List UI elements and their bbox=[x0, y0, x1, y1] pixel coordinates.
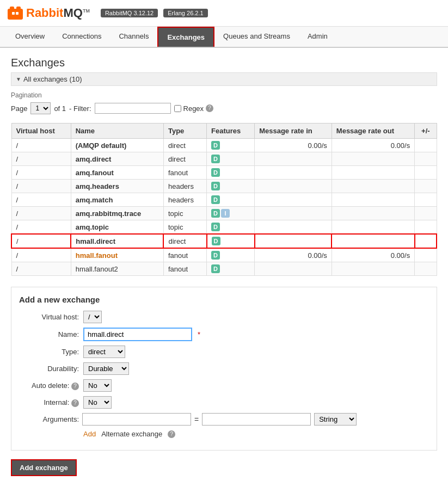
top-header: RabbitMQTM RabbitMQ 3.12.12 Erlang 26.2.… bbox=[0, 0, 448, 27]
internal-select[interactable]: No Yes bbox=[83, 396, 112, 409]
row-vhost: / bbox=[11, 139, 71, 152]
row-rate-out bbox=[332, 152, 414, 166]
row-type: topic bbox=[163, 207, 206, 220]
add-arg-link[interactable]: Add bbox=[83, 430, 96, 438]
row-rate-in bbox=[255, 166, 332, 180]
table-row: /amq.fanoutfanoutD bbox=[11, 166, 437, 180]
svg-rect-3 bbox=[12, 12, 15, 15]
row-vhost: / bbox=[11, 207, 71, 220]
of-text: of 1 bbox=[54, 104, 66, 113]
regex-text: Regex bbox=[183, 104, 204, 113]
vhost-label: Virtual host: bbox=[19, 313, 79, 321]
add-exchange-title: Add a new exchange bbox=[19, 295, 429, 304]
durability-label: Durability: bbox=[19, 365, 79, 373]
row-name: hmall.fanout2 bbox=[71, 262, 163, 276]
row-type: topic bbox=[163, 220, 206, 235]
add-exchange-button[interactable]: Add exchange bbox=[11, 459, 77, 476]
table-row: /amq.topictopicD bbox=[11, 220, 437, 235]
row-name: amq.match bbox=[71, 193, 163, 207]
row-rate-in bbox=[255, 180, 332, 193]
row-rate-in bbox=[255, 152, 332, 166]
table-row: /amq.headersheadersD bbox=[11, 180, 437, 193]
add-exchange-section: Add a new exchange Virtual host: / Name:… bbox=[11, 287, 437, 451]
exchanges-table: Virtual host Name Type Features Message … bbox=[11, 123, 437, 276]
row-name: amq.direct bbox=[71, 152, 163, 166]
erlang-version: Erlang 26.2.1 bbox=[163, 9, 207, 17]
regex-label: Regex ? bbox=[174, 104, 214, 113]
row-features: D bbox=[207, 152, 255, 166]
logo-area: RabbitMQTM bbox=[7, 4, 90, 22]
all-exchanges-label: All exchanges (10) bbox=[23, 75, 82, 83]
th-name: Name bbox=[71, 124, 163, 139]
table-row: /amq.directdirectD bbox=[11, 152, 437, 166]
internal-label: Internal: ? bbox=[19, 398, 79, 407]
row-rate-out bbox=[332, 180, 414, 193]
nav-queues[interactable]: Queues and Streams bbox=[214, 27, 299, 47]
pagination-section: Pagination Page 1 of 1 - Filter: Regex ? bbox=[11, 91, 437, 114]
regex-help[interactable]: ? bbox=[206, 104, 213, 112]
autodelete-select[interactable]: No Yes bbox=[83, 379, 112, 392]
internal-help[interactable]: ? bbox=[71, 399, 79, 407]
name-input[interactable] bbox=[83, 328, 192, 341]
row-plus-minus bbox=[415, 262, 437, 276]
arguments-row: Arguments: = String Number Boolean List bbox=[19, 413, 429, 426]
row-rate-out bbox=[332, 220, 414, 235]
table-row: /hmall.directdirectD bbox=[11, 234, 437, 248]
row-plus-minus bbox=[415, 180, 437, 193]
regex-checkbox[interactable] bbox=[174, 105, 181, 112]
row-rate-in bbox=[255, 193, 332, 207]
svg-rect-1 bbox=[10, 7, 14, 12]
logo-tm: TM bbox=[83, 8, 90, 14]
alt-exchange-help[interactable]: ? bbox=[168, 430, 175, 438]
row-plus-minus bbox=[415, 193, 437, 207]
nav-overview[interactable]: Overview bbox=[7, 27, 53, 47]
nav-exchanges[interactable]: Exchanges bbox=[157, 27, 214, 47]
arguments-val-input[interactable] bbox=[202, 413, 311, 426]
table-row: /hmall.fanout2fanoutD bbox=[11, 262, 437, 276]
row-type: fanout bbox=[163, 166, 206, 180]
filter-input[interactable] bbox=[95, 103, 171, 114]
row-rate-out: 0.00/s bbox=[332, 139, 414, 152]
autodelete-help[interactable]: ? bbox=[71, 383, 79, 390]
row-rate-out bbox=[332, 166, 414, 180]
type-select[interactable]: direct fanout topic headers bbox=[83, 346, 125, 358]
row-features: D bbox=[207, 139, 255, 152]
th-vhost: Virtual host bbox=[11, 124, 71, 139]
vhost-select[interactable]: / bbox=[83, 311, 102, 323]
row-plus-minus bbox=[415, 152, 437, 166]
internal-row: Internal: ? No Yes bbox=[19, 396, 429, 409]
row-type: headers bbox=[163, 193, 206, 207]
all-exchanges-header[interactable]: ▼ All exchanges (10) bbox=[11, 72, 437, 86]
page-select[interactable]: 1 bbox=[30, 102, 51, 114]
row-name: amq.rabbitmq.trace bbox=[71, 207, 163, 220]
type-row: Type: direct fanout topic headers bbox=[19, 346, 429, 358]
nav-admin[interactable]: Admin bbox=[299, 27, 336, 47]
svg-rect-2 bbox=[16, 7, 21, 12]
row-plus-minus bbox=[415, 139, 437, 152]
row-name: hmall.direct bbox=[71, 234, 163, 248]
row-name[interactable]: hmall.fanout bbox=[71, 248, 163, 262]
name-label: Name: bbox=[19, 330, 79, 338]
row-features: D bbox=[207, 234, 255, 248]
row-name: amq.fanout bbox=[71, 166, 163, 180]
durability-select[interactable]: Durable Transient bbox=[83, 362, 129, 375]
page-title: Exchanges bbox=[11, 57, 437, 69]
arguments-type-select[interactable]: String Number Boolean List bbox=[314, 413, 357, 426]
nav-channels[interactable]: Channels bbox=[110, 27, 157, 47]
row-features: D bbox=[207, 180, 255, 193]
arguments-key-input[interactable] bbox=[82, 413, 191, 426]
nav-connections[interactable]: Connections bbox=[53, 27, 110, 47]
th-rate-in: Message rate in bbox=[255, 124, 332, 139]
row-type: fanout bbox=[163, 248, 206, 262]
row-rate-out bbox=[332, 234, 414, 248]
row-features: D bbox=[207, 220, 255, 235]
row-rate-in: 0.00/s bbox=[255, 139, 332, 152]
row-rate-in: 0.00/s bbox=[255, 248, 332, 262]
durability-row: Durability: Durable Transient bbox=[19, 362, 429, 375]
table-row: /(AMQP default)directD0.00/s0.00/s bbox=[11, 139, 437, 152]
svg-rect-4 bbox=[16, 12, 19, 15]
row-features: D bbox=[207, 248, 255, 262]
row-rate-out: 0.00/s bbox=[332, 248, 414, 262]
row-name: amq.headers bbox=[71, 180, 163, 193]
row-rate-in bbox=[255, 207, 332, 220]
